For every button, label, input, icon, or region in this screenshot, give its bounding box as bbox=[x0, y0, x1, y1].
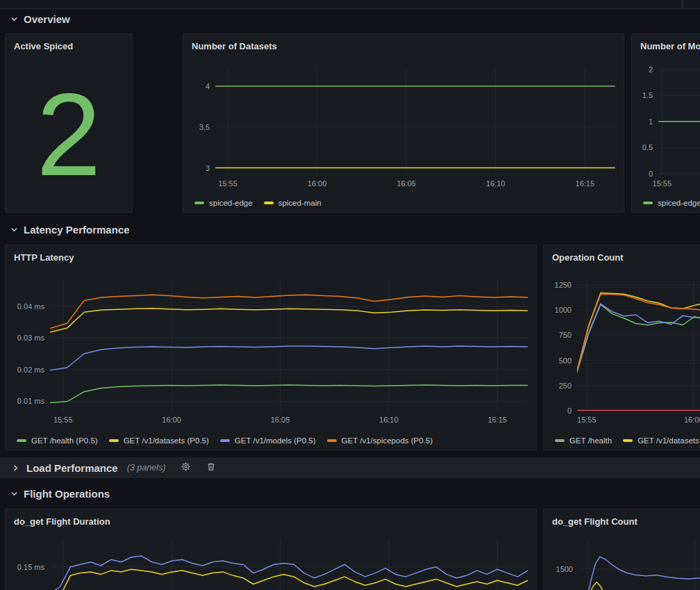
svg-text:0: 0 bbox=[567, 407, 572, 415]
section-title: Load Performance bbox=[26, 462, 118, 474]
legend-item[interactable]: spiced-edge bbox=[643, 199, 700, 207]
row-panel-count: (3 panels) bbox=[127, 463, 166, 473]
svg-text:16:00: 16:00 bbox=[684, 416, 700, 424]
svg-text:3: 3 bbox=[206, 164, 210, 172]
legend-swatch bbox=[264, 202, 274, 204]
section-title: Latency Performance bbox=[24, 224, 130, 236]
svg-text:16:00: 16:00 bbox=[162, 416, 181, 424]
svg-text:16:10: 16:10 bbox=[379, 416, 399, 424]
svg-text:1.5: 1.5 bbox=[642, 91, 653, 99]
chevron-down-icon bbox=[10, 225, 19, 234]
do-get-flight-duration-chart[interactable]: 15:5516:0016:0516:1016:150.15 ms bbox=[6, 533, 536, 590]
trash-icon bbox=[206, 461, 216, 474]
chevron-down-icon bbox=[10, 489, 19, 498]
number-of-models-chart[interactable]: 15:5516:0016:0516:1016:1500.511.52 bbox=[632, 58, 700, 194]
legend-item[interactable]: GET /v1/spicepods (P0.5) bbox=[327, 436, 433, 445]
legend-label: spiced-main bbox=[278, 199, 322, 207]
svg-text:15:55: 15:55 bbox=[53, 416, 73, 424]
legend-item[interactable]: spiced-main bbox=[264, 199, 322, 207]
legend-label: GET /v1/datasets (P0.5) bbox=[124, 436, 209, 445]
legend-swatch bbox=[109, 439, 119, 442]
panel-number-of-models: Number of Models 15:5516:0016:0516:1016:… bbox=[631, 33, 700, 213]
legend-item[interactable]: GET /v1/models (P0.5) bbox=[220, 436, 316, 445]
top-bar bbox=[0, 0, 700, 9]
legend-label: GET /v1/spicepods (P0.5) bbox=[342, 436, 433, 445]
panel-number-of-datasets: Number of Datasets 15:5516:0016:0516:101… bbox=[183, 33, 624, 213]
grafana-dashboard: Overview Active Spiced 2 Number of Datas… bbox=[0, 0, 700, 590]
svg-text:2: 2 bbox=[649, 65, 653, 74]
chevron-down-icon bbox=[10, 15, 19, 24]
svg-text:0.02 ms: 0.02 ms bbox=[17, 366, 45, 374]
legend-swatch bbox=[623, 439, 633, 442]
svg-text:500: 500 bbox=[559, 357, 572, 365]
row-settings-button[interactable] bbox=[181, 461, 191, 474]
legend-label: spiced-edge bbox=[658, 199, 700, 207]
panel-title[interactable]: HTTP Latency bbox=[6, 245, 536, 269]
section-header-latency-performance[interactable]: Latency Performance bbox=[10, 222, 130, 237]
svg-text:0.04 ms: 0.04 ms bbox=[17, 302, 45, 311]
panel-active-spiced: Active Spiced 2 bbox=[5, 33, 133, 213]
panel-title[interactable]: Operation Count bbox=[544, 245, 700, 269]
svg-text:3.5: 3.5 bbox=[199, 123, 210, 131]
legend-swatch bbox=[327, 439, 337, 442]
svg-text:16:05: 16:05 bbox=[271, 416, 290, 424]
section-title: Overview bbox=[24, 13, 70, 25]
legend-item[interactable]: spiced-edge bbox=[194, 199, 253, 207]
panel-title[interactable]: Number of Datasets bbox=[183, 34, 624, 58]
chevron-right-icon bbox=[11, 464, 20, 473]
svg-text:0: 0 bbox=[649, 170, 653, 178]
svg-text:15:55: 15:55 bbox=[218, 179, 238, 188]
panel-do-get-flight-duration: do_get Flight Duration 15:5516:0016:0516… bbox=[5, 509, 537, 590]
section-title: Flight Operations bbox=[24, 488, 110, 500]
svg-text:0.01 ms: 0.01 ms bbox=[17, 397, 45, 405]
legend-label: spiced-edge bbox=[209, 199, 253, 207]
legend-item[interactable]: GET /health bbox=[555, 436, 612, 445]
panel-http-latency: HTTP Latency 15:5516:0016:0516:1016:150.… bbox=[5, 245, 537, 450]
legend-item[interactable]: GET /health (P0.5) bbox=[17, 436, 98, 445]
http-latency-chart[interactable]: 15:5516:0016:0516:1016:150.01 ms0.02 ms0… bbox=[6, 269, 536, 432]
legend-item[interactable]: GET /v1/datasets (P0.5) bbox=[109, 436, 209, 445]
svg-text:4: 4 bbox=[206, 82, 210, 90]
chart-legend: spiced-edge bbox=[632, 194, 700, 212]
chart-legend: GET /health (P0.5)GET /v1/datasets (P0.5… bbox=[6, 432, 536, 450]
panel-title[interactable]: Number of Models bbox=[632, 34, 700, 58]
section-header-overview[interactable]: Overview bbox=[10, 11, 70, 26]
panel-title[interactable]: do_get Flight Count bbox=[544, 509, 700, 533]
svg-text:1000: 1000 bbox=[555, 306, 572, 314]
top-bar-divider bbox=[682, 0, 683, 9]
legend-swatch bbox=[220, 439, 230, 442]
legend-label: GET /v1/models (P0.5) bbox=[235, 436, 316, 445]
number-of-datasets-chart[interactable]: 15:5516:0016:0516:1016:1533.54 bbox=[183, 58, 624, 194]
legend-label: GET /v1/datasets bbox=[638, 436, 699, 445]
stat-value: 2 bbox=[36, 76, 101, 193]
svg-text:1: 1 bbox=[649, 117, 653, 126]
legend-swatch bbox=[17, 439, 26, 442]
section-header-load-performance[interactable]: Load Performance (3 panels) bbox=[0, 457, 700, 478]
svg-text:0.03 ms: 0.03 ms bbox=[17, 334, 45, 342]
legend-item[interactable]: GET /v1/datasets bbox=[623, 436, 699, 445]
legend-label: GET /health bbox=[569, 436, 612, 445]
svg-text:750: 750 bbox=[559, 331, 572, 339]
svg-text:16:00: 16:00 bbox=[308, 179, 327, 188]
stat-body: 2 bbox=[6, 58, 132, 212]
do-get-flight-count-chart[interactable]: 15:5516:0016:0516:101500 bbox=[544, 533, 700, 590]
panel-do-get-flight-count: do_get Flight Count 15:5516:0016:0516:10… bbox=[543, 509, 700, 590]
legend-label: GET /health (P0.5) bbox=[31, 436, 98, 445]
delete-row-button[interactable] bbox=[206, 461, 216, 474]
svg-text:1500: 1500 bbox=[556, 565, 573, 573]
operation-count-chart[interactable]: 15:5516:0016:0516:10025050075010001250 bbox=[544, 269, 700, 432]
legend-swatch bbox=[194, 202, 204, 204]
svg-text:0.5: 0.5 bbox=[642, 143, 653, 151]
svg-text:16:10: 16:10 bbox=[486, 179, 506, 188]
section-header-flight-operations[interactable]: Flight Operations bbox=[10, 486, 110, 501]
panel-title[interactable]: Active Spiced bbox=[6, 34, 132, 58]
svg-text:16:05: 16:05 bbox=[397, 179, 416, 188]
svg-text:16:15: 16:15 bbox=[576, 179, 595, 188]
svg-text:15:55: 15:55 bbox=[577, 416, 597, 424]
chart-legend: GET /healthGET /v1/datasets bbox=[544, 432, 700, 450]
legend-swatch bbox=[643, 202, 653, 204]
svg-text:0.15 ms: 0.15 ms bbox=[17, 563, 45, 571]
svg-text:1250: 1250 bbox=[555, 281, 572, 289]
panel-title[interactable]: do_get Flight Duration bbox=[6, 509, 536, 533]
chart-legend: spiced-edgespiced-main bbox=[183, 194, 624, 212]
